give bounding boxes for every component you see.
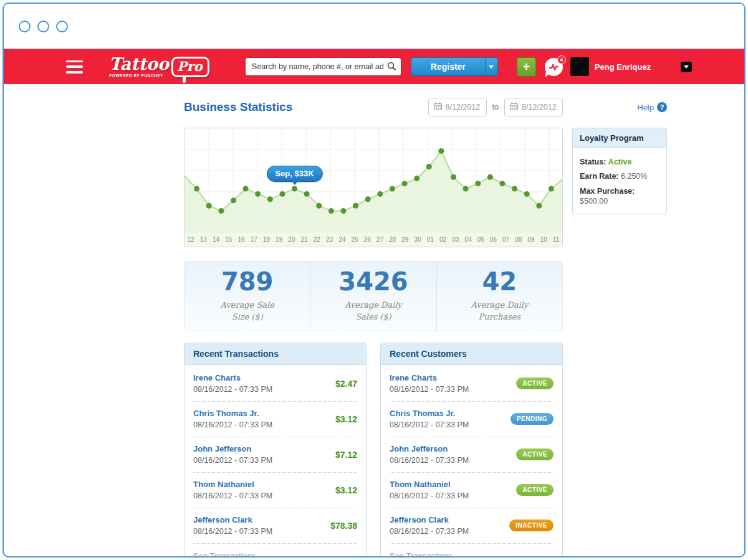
x-axis-tick-label: 29 [401, 236, 408, 243]
user-name: Peng Enriquez [595, 62, 651, 72]
x-axis-tick-label: 26 [364, 236, 371, 243]
search-input[interactable] [245, 57, 401, 76]
customer-name-link[interactable]: Irene Charts [193, 373, 272, 382]
logo-badge-text: Pro [171, 57, 209, 77]
stat-average-daily-purchases: 42 Average DailyPurchases [436, 262, 562, 331]
messages-button[interactable]: 4 [545, 58, 563, 76]
recent-customers-title: Recent Customers [381, 343, 562, 365]
customer-name-link[interactable]: Jefferson Clark [193, 515, 272, 524]
help-question-icon[interactable]: ? [657, 102, 667, 112]
loyalty-max-value: $500.00 [580, 197, 608, 206]
x-axis-tick-label: 10 [540, 236, 547, 243]
loyalty-status-value: Active [608, 158, 632, 166]
x-axis-tick-label: 11 [553, 236, 559, 243]
customer-name-link[interactable]: Jefferson Clark [390, 515, 469, 524]
page-title: Business Statistics [184, 100, 292, 114]
search-icon[interactable] [387, 62, 396, 74]
add-button[interactable]: + [517, 57, 536, 77]
stat-label: Average DailySales ($) [345, 300, 402, 323]
window-maximize-button[interactable] [56, 21, 68, 32]
recent-transactions-title: Recent Transactions [185, 343, 366, 365]
chart-x-axis-labels: 1213141516171819202122232425262728293001… [185, 232, 562, 247]
date-from-input[interactable]: 8/12/2012 [428, 98, 487, 116]
row-datetime: 08/16/2012 - 07:33 PM [193, 491, 272, 500]
row-datetime: 08/16/2012 - 07:33 PM [390, 527, 469, 536]
sales-chart[interactable]: 1213141516171819202122232425262728293001… [184, 128, 563, 247]
x-axis-tick-label: 09 [527, 236, 534, 243]
x-axis-tick-label: 28 [389, 236, 396, 243]
loyalty-status-label: Status: [580, 158, 606, 166]
transaction-amount: $2.47 [335, 379, 357, 389]
x-axis-tick-label: 13 [200, 236, 207, 243]
row-datetime: 08/16/2012 - 07:33 PM [390, 491, 469, 500]
transaction-row: Jefferson Clark08/16/2012 - 07:33 PM$78.… [193, 508, 357, 544]
transaction-row: Irene Charts08/16/2012 - 07:33 PM$2.47 [193, 366, 357, 402]
x-axis-tick-label: 30 [414, 236, 421, 243]
stat-average-daily-sales: 3426 Average DailySales ($) [310, 262, 436, 331]
logo-brand-text: Tattoo [109, 55, 169, 72]
x-axis-tick-label: 16 [237, 236, 244, 243]
help-link[interactable]: Help [637, 103, 654, 112]
status-badge: INACTIVE [509, 520, 554, 531]
calendar-icon [510, 102, 518, 113]
customer-row: Jefferson Clark08/16/2012 - 07:33 PMINAC… [390, 508, 554, 544]
customer-row: Thom Nathaniel08/16/2012 - 07:33 PMACTIV… [390, 473, 554, 508]
row-datetime: 08/16/2012 - 07:33 PM [193, 385, 272, 394]
status-badge: ACTIVE [516, 377, 554, 389]
x-axis-tick-label: 07 [502, 236, 509, 243]
browser-window: Tattoo powered by punchey Pro Register + [2, 2, 746, 558]
chart-plot-area [185, 128, 563, 232]
see-transactions-link[interactable]: See Transactions [193, 544, 357, 558]
date-to-input[interactable]: 8/12/2012 [504, 98, 563, 116]
transaction-row: Thom Nathaniel08/16/2012 - 07:33 PM$3.12 [193, 473, 357, 508]
window-close-button[interactable] [19, 21, 31, 32]
customer-name-link[interactable]: Chris Thomas Jr. [390, 409, 469, 418]
recent-transactions-panel: Recent Transactions Irene Charts08/16/20… [184, 343, 367, 558]
x-axis-tick-label: 25 [351, 236, 358, 243]
stat-label: Average DailyPurchases [471, 300, 528, 323]
calendar-icon [434, 102, 442, 113]
customer-name-link[interactable]: Thom Nathaniel [390, 480, 469, 489]
register-button[interactable]: Register [411, 57, 485, 76]
app-logo[interactable]: Tattoo powered by punchey Pro [109, 55, 209, 78]
customer-name-link[interactable]: Thom Nathaniel [193, 480, 272, 489]
x-axis-tick-label: 24 [338, 236, 345, 243]
stat-average-sale-size: 789 Average SaleSize ($) [185, 262, 310, 331]
logo-drip-decoration [183, 77, 186, 83]
x-axis-tick-label: 12 [188, 236, 194, 243]
chevron-down-icon [684, 65, 689, 69]
row-datetime: 08/16/2012 - 07:33 PM [390, 385, 469, 394]
hamburger-menu-icon[interactable] [66, 60, 83, 74]
loyalty-card-title: Loyalty Program [573, 128, 666, 148]
x-axis-tick-label: 22 [314, 236, 320, 243]
customer-name-link[interactable]: John Jefferson [390, 444, 469, 453]
customer-name-link[interactable]: Irene Charts [390, 373, 469, 382]
x-axis-tick-label: 02 [439, 236, 446, 243]
row-datetime: 08/16/2012 - 07:33 PM [193, 420, 272, 429]
row-datetime: 08/16/2012 - 07:33 PM [390, 420, 469, 429]
pulse-icon [549, 63, 559, 72]
x-axis-tick-label: 08 [515, 236, 522, 243]
user-menu-button[interactable] [681, 62, 692, 72]
x-axis-tick-label: 27 [376, 236, 383, 243]
top-navbar: Tattoo powered by punchey Pro Register + [4, 49, 744, 84]
summary-stats-bar: 789 Average SaleSize ($) 3426 Average Da… [184, 261, 563, 331]
transaction-amount: $3.12 [335, 414, 357, 424]
customer-name-link[interactable]: John Jefferson [193, 444, 272, 453]
chevron-down-icon [489, 65, 494, 69]
window-titlebar [4, 4, 744, 49]
date-range-to-label: to [492, 103, 499, 112]
see-transactions-link[interactable]: See Transactions [390, 544, 554, 558]
transaction-amount: $78.38 [330, 521, 357, 531]
x-axis-tick-label: 23 [326, 236, 333, 243]
window-minimize-button[interactable] [37, 21, 49, 32]
customer-name-link[interactable]: Chris Thomas Jr. [193, 409, 272, 418]
register-dropdown-button[interactable] [485, 57, 498, 76]
avatar[interactable] [570, 57, 589, 76]
x-axis-tick-label: 17 [251, 236, 257, 243]
row-datetime: 08/16/2012 - 07:33 PM [193, 527, 272, 536]
date-to-value: 8/12/2012 [522, 103, 557, 112]
stat-value: 42 [482, 269, 517, 294]
status-badge: ACTIVE [516, 484, 554, 496]
x-axis-tick-label: 18 [263, 236, 270, 243]
